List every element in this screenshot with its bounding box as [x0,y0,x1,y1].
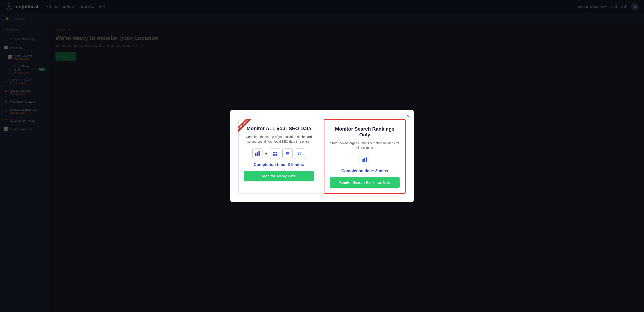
grid-card-icon [270,148,280,159]
svg-rect-15 [366,158,367,162]
monitor-all-data-button[interactable]: Monitor All My Data [244,171,314,182]
ribbon-label: TIME SAVER [238,119,252,133]
modal-cards: TIME SAVER Monitor ALL your SEO Data Com… [238,119,406,194]
list-icon [285,151,290,156]
card-rankings-only-desc: Start tracking organic, maps & mobile ra… [330,141,400,150]
svg-rect-13 [362,159,364,162]
svg-rect-4 [258,151,260,156]
rankings-card-icon [360,155,370,165]
svg-rect-9 [286,152,289,153]
monitor-rankings-only-button[interactable]: Monitor Search Rankings Only [330,177,400,188]
bar-chart-2-icon [362,157,368,163]
svg-text:G: G [298,151,302,156]
card-rankings-only-title: Monitor Search Rankings Only [330,126,400,138]
modal-overlay: × TIME SAVER Monitor ALL your SEO Data C… [0,0,644,312]
svg-rect-3 [257,152,258,156]
svg-rect-7 [273,154,274,156]
card-rankings-only-completion: Completion time: 3 mins [330,169,400,173]
modal-card-rankings-only: Monitor Search Rankings Only Start track… [324,119,406,194]
card-all-data-icons: + [244,148,314,159]
svg-rect-14 [364,158,365,162]
svg-rect-2 [255,153,256,156]
svg-rect-6 [276,152,277,153]
modal-card-all-data: TIME SAVER Monitor ALL your SEO Data Com… [238,119,319,194]
rank-checker-card-icon [252,148,263,159]
bar-chart-icon [255,151,260,157]
svg-rect-5 [273,152,274,153]
time-saver-ribbon: TIME SAVER [238,119,256,137]
grid-icon [272,151,278,156]
google-card-icon: G [295,148,305,159]
google-icon: G [297,151,303,157]
svg-rect-10 [286,153,289,154]
card-all-data-completion: Completion time: 3-5 mins [244,162,314,167]
svg-rect-8 [276,154,277,156]
modal-close-button[interactable]: × [407,113,410,119]
modal: × TIME SAVER Monitor ALL your SEO Data C… [230,110,414,202]
plus-icon: + [265,151,268,156]
citation-card-icon [282,148,293,159]
card-rankings-only-icons [330,155,400,165]
svg-rect-11 [286,154,289,155]
